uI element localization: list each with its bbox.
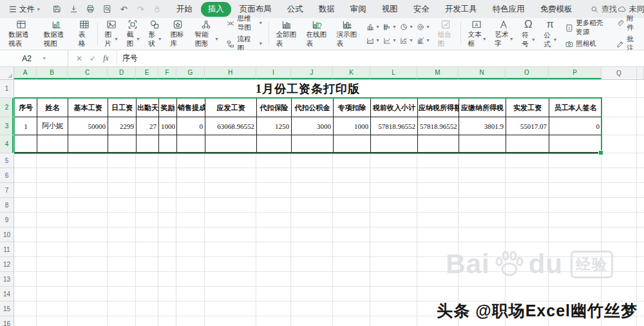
empty-cell[interactable] (137, 135, 159, 153)
header-cell[interactable]: 出勤天数 (137, 99, 159, 117)
tab-安全[interactable]: 安全 (406, 2, 437, 17)
preview-icon[interactable] (102, 4, 113, 15)
数据透视表-button[interactable]: 数据透视表 (4, 19, 39, 48)
row-header-16[interactable]: 16 (0, 316, 14, 326)
tab-特色应用[interactable]: 特色应用 (486, 2, 532, 17)
智能图形-button[interactable]: 智能图形▾ (190, 19, 222, 48)
column-header-P[interactable]: P (549, 67, 601, 79)
data-cell[interactable]: 3801.9 (459, 117, 506, 135)
empty-cell[interactable] (37, 135, 68, 153)
fx-icon[interactable]: fx (103, 53, 109, 63)
header-cell[interactable]: 员工本人签名 (549, 99, 602, 117)
column-header-O[interactable]: O (506, 67, 549, 79)
column-header-C[interactable]: C (68, 67, 108, 79)
doughnut-chart-button[interactable]: ▾ (416, 21, 429, 34)
column-header-K[interactable]: K (333, 67, 370, 79)
照相机-button[interactable]: 照相机 (565, 39, 608, 48)
row-header-6[interactable]: 6 (0, 168, 14, 183)
empty-cell[interactable] (177, 135, 205, 153)
row-header-4[interactable]: 4 (0, 135, 14, 153)
图片-button[interactable]: 图片▾ (100, 19, 122, 48)
tab-开发工具[interactable]: 开发工具 (438, 2, 484, 17)
column-header-H[interactable]: H (205, 67, 256, 79)
data-cell[interactable]: 55017.07 (506, 117, 549, 135)
sheet-title-cell[interactable]: 1月份工资条打印版 (14, 80, 601, 98)
data-cell[interactable]: 1250 (257, 117, 292, 135)
header-cell[interactable]: 应发工资 (205, 99, 257, 117)
empty-cell[interactable] (159, 135, 177, 153)
row-header-2[interactable]: 2 (0, 98, 14, 117)
tab-视图[interactable]: 视图 (375, 2, 405, 17)
艺术字-button[interactable]: 艺术字▾ (490, 19, 517, 48)
演示图表-button[interactable]: 演示图表 (332, 19, 362, 48)
data-cell[interactable]: 2299 (108, 117, 137, 135)
row-header-12[interactable]: 12 (0, 257, 14, 272)
data-cell[interactable]: 57818.96552 (418, 117, 459, 135)
print-icon[interactable] (85, 4, 96, 15)
empty-cell[interactable] (371, 135, 418, 153)
截图-button[interactable]: 截图▾ (122, 19, 144, 48)
header-cell[interactable]: 代扣公积金 (292, 99, 334, 117)
column-header-D[interactable]: D (108, 67, 136, 79)
header-cell[interactable]: 日工资 (108, 99, 137, 117)
row-header-8[interactable]: 8 (0, 198, 14, 213)
header-cell[interactable]: 代扣保险 (257, 99, 292, 117)
图标库-button[interactable]: 图标库 (166, 19, 190, 48)
combo-chart-button[interactable]: ▾ (416, 34, 429, 47)
select-all-corner[interactable] (0, 67, 14, 79)
file-menu-button[interactable]: ☰ 文件 ▾ (5, 4, 44, 15)
bar-chart-button[interactable]: ▾ (383, 21, 395, 34)
column-header-A[interactable]: A (14, 67, 37, 79)
数据透视图-button[interactable]: 数据透视图 (39, 19, 73, 48)
header-cell[interactable]: 应纳税所得额 (418, 99, 459, 117)
data-cell[interactable]: 3000 (292, 117, 334, 135)
confirm-icon[interactable]: ✓ (90, 54, 96, 63)
row-header-10[interactable]: 10 (0, 227, 14, 242)
column-header-G[interactable]: G (176, 67, 205, 79)
header-cell[interactable]: 税前收入小计 (371, 99, 418, 117)
empty-cell[interactable] (292, 135, 334, 153)
row-header-5[interactable]: 5 (0, 153, 14, 168)
undo-icon[interactable]: ↶ (118, 4, 129, 15)
更多稻壳资源-button[interactable]: 1更多稻壳资源 (565, 19, 608, 37)
data-cell[interactable]: 50000 (68, 117, 108, 135)
empty-cell[interactable] (15, 135, 37, 153)
data-cell[interactable]: 27 (137, 117, 159, 135)
column-header-Q[interactable]: Q (601, 67, 637, 79)
area-chart-button[interactable]: ▾ (366, 34, 379, 47)
文本框-button[interactable]: A文本框▾ (463, 19, 490, 48)
empty-cell[interactable] (418, 135, 459, 153)
cancel-icon[interactable]: ✕ (76, 54, 82, 63)
tab-审阅[interactable]: 审阅 (343, 2, 374, 17)
empty-cell[interactable] (506, 135, 549, 153)
empty-cell[interactable] (459, 135, 506, 153)
全部图表-button[interactable]: 全部图表 (272, 19, 302, 48)
header-cell[interactable]: 姓名 (37, 99, 68, 117)
row-header-7[interactable]: 7 (0, 183, 14, 198)
cells-area[interactable]: 1月份工资条打印版 序号姓名基本工资日工资出勤天数奖励销售提成应发工资代扣保险代… (14, 80, 644, 326)
符号-button[interactable]: Ω符号▾ (517, 19, 539, 48)
header-cell[interactable]: 奖励 (159, 99, 177, 117)
column-header-B[interactable]: B (37, 67, 68, 79)
data-cell[interactable]: 57818.96552 (371, 117, 418, 135)
search-command[interactable]: 查找 (590, 4, 617, 15)
export-icon[interactable] (68, 4, 79, 15)
row-header-9[interactable]: 9 (0, 213, 14, 227)
empty-cell[interactable] (205, 135, 257, 153)
empty-cell[interactable] (108, 135, 137, 153)
data-cell[interactable]: 1000 (159, 117, 177, 135)
column-header-L[interactable]: L (370, 67, 417, 79)
data-cell[interactable]: 阿小妮 (37, 117, 68, 135)
未同步-button[interactable]: 未同步▾ (617, 4, 644, 15)
column-header-J[interactable]: J (291, 67, 333, 79)
column-chart-button[interactable]: ▾ (366, 21, 379, 34)
tab-数据[interactable]: 数据 (312, 2, 342, 17)
formula-input[interactable]: 序号 (117, 50, 644, 66)
row-header-15[interactable]: 15 (0, 302, 14, 316)
column-header-F[interactable]: F (158, 67, 176, 79)
表格-button[interactable]: 表格 (74, 19, 95, 48)
data-cell[interactable]: 1000 (334, 117, 371, 135)
header-cell[interactable]: 销售提成 (177, 99, 205, 117)
empty-cell[interactable] (68, 135, 108, 153)
save-icon[interactable] (52, 4, 62, 15)
